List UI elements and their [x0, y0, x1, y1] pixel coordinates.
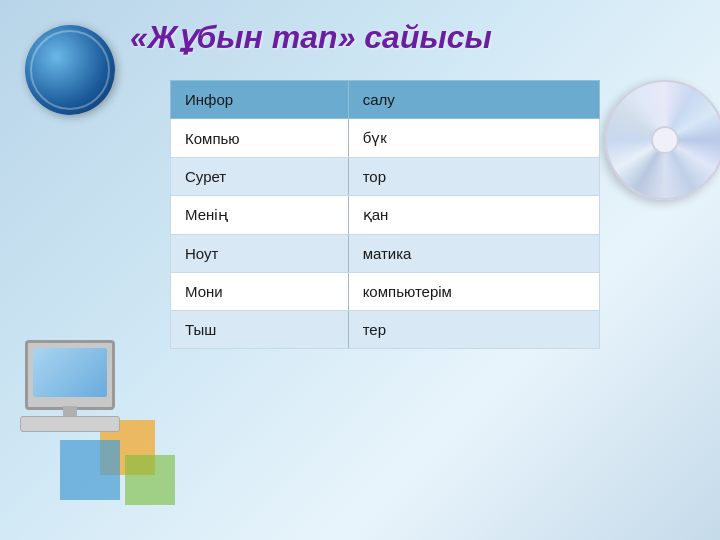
globe-icon: [25, 25, 115, 115]
table-cell-0-1: бүк: [348, 119, 599, 158]
word-matching-table: Инфор салу КомпьюбүкСуретторМеніңқанНоут…: [170, 80, 600, 349]
column-header-1: Инфор: [171, 81, 349, 119]
keyboard-icon: [20, 416, 120, 432]
table-row: Меніңқан: [171, 196, 600, 235]
table-row: Тыштер: [171, 311, 600, 349]
table-row: Ноутматика: [171, 235, 600, 273]
table-cell-4-0: Мони: [171, 273, 349, 311]
table-cell-5-1: тер: [348, 311, 599, 349]
monitor-icon: [25, 340, 115, 410]
globe-area: [10, 20, 140, 150]
disc-area: [605, 80, 720, 210]
table-row: Моникомпьютерім: [171, 273, 600, 311]
table-cell-4-1: компьютерім: [348, 273, 599, 311]
table-cell-2-0: Менің: [171, 196, 349, 235]
table-row: Суреттор: [171, 158, 600, 196]
table-cell-1-1: тор: [348, 158, 599, 196]
page-title: «Жұбын тап» сайысы: [130, 18, 492, 56]
main-table-container: Инфор салу КомпьюбүкСуретторМеніңқанНоут…: [170, 80, 600, 349]
square-blue: [60, 440, 120, 500]
monitor-screen: [33, 348, 107, 397]
table-cell-0-0: Компью: [171, 119, 349, 158]
column-header-2: салу: [348, 81, 599, 119]
table-cell-1-0: Сурет: [171, 158, 349, 196]
cd-disc-icon: [605, 80, 720, 200]
table-cell-3-1: матика: [348, 235, 599, 273]
table-cell-5-0: Тыш: [171, 311, 349, 349]
computer-area: [5, 280, 165, 440]
table-row: Компьюбүк: [171, 119, 600, 158]
square-green: [125, 455, 175, 505]
table-header-row: Инфор салу: [171, 81, 600, 119]
table-cell-2-1: қан: [348, 196, 599, 235]
table-cell-3-0: Ноут: [171, 235, 349, 273]
